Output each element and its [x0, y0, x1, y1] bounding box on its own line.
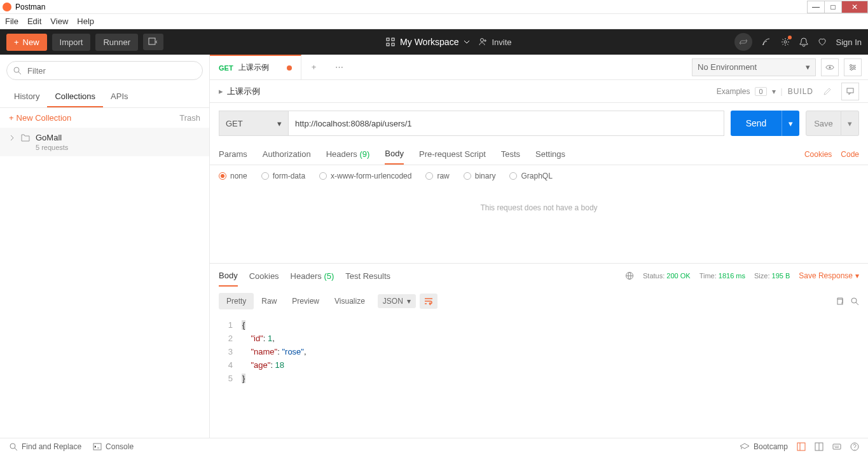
new-button[interactable]: + New: [6, 34, 47, 51]
save-dropdown[interactable]: ▾: [841, 111, 859, 136]
satellite-icon[interactable]: [761, 37, 771, 47]
bootcamp-icon: [740, 443, 750, 450]
chevron-down-icon: ▾: [806, 62, 810, 72]
edit-icon[interactable]: [818, 83, 836, 100]
tab-headers[interactable]: Headers (9): [326, 144, 370, 164]
layout-icon[interactable]: [797, 442, 806, 451]
heart-icon[interactable]: [817, 37, 827, 47]
save-button[interactable]: Save: [806, 111, 841, 136]
bootcamp-button[interactable]: Bootcamp: [740, 442, 788, 451]
menu-edit[interactable]: Edit: [27, 17, 41, 26]
build-label[interactable]: BUILD: [788, 87, 813, 96]
import-button[interactable]: Import: [52, 34, 91, 51]
shortcuts-icon[interactable]: [832, 442, 841, 451]
sync-icon[interactable]: [734, 33, 752, 51]
tab-prerequest[interactable]: Pre-request Script: [419, 144, 486, 164]
resp-tab-test-results[interactable]: Test Results: [345, 266, 390, 286]
code-link[interactable]: Code: [841, 150, 859, 159]
open-new-icon[interactable]: [143, 34, 163, 50]
two-pane-icon[interactable]: [815, 442, 823, 451]
body-type-form-data[interactable]: form-data: [261, 172, 305, 180]
tab-settings[interactable]: Settings: [535, 144, 565, 164]
filter-input[interactable]: [6, 61, 203, 80]
expand-icon[interactable]: ▸: [219, 86, 223, 96]
chevron-right-icon: [9, 135, 15, 141]
find-replace-button[interactable]: Find and Replace: [9, 442, 81, 451]
svg-rect-1: [387, 38, 389, 41]
environment-selector[interactable]: No Environment ▾: [692, 58, 816, 76]
save-response-button[interactable]: Save Response ▾: [799, 271, 859, 280]
tab-body[interactable]: Body: [385, 144, 404, 165]
resp-tab-headers[interactable]: Headers (5): [291, 266, 334, 286]
invite-button[interactable]: Invite: [479, 37, 511, 47]
url-input[interactable]: [289, 111, 724, 136]
comment-icon[interactable]: [841, 83, 859, 100]
help-icon[interactable]: [850, 442, 859, 451]
env-settings-icon[interactable]: [844, 58, 862, 76]
svg-rect-13: [847, 88, 853, 93]
examples-count: 0: [755, 87, 766, 96]
collection-item[interactable]: GoMall 5 requests: [0, 128, 209, 156]
bell-icon[interactable]: [799, 37, 808, 47]
signin-button[interactable]: Sign In: [836, 37, 862, 47]
plus-icon: +: [14, 37, 19, 47]
body-type-binary[interactable]: binary: [464, 172, 496, 180]
maximize-button[interactable]: □: [824, 1, 842, 13]
svg-rect-19: [93, 443, 101, 450]
resp-tab-cookies[interactable]: Cookies: [249, 266, 279, 286]
new-collection-button[interactable]: + New Collection: [9, 113, 71, 123]
close-button[interactable]: ✕: [841, 1, 868, 13]
method-selector[interactable]: GET ▾: [219, 111, 289, 136]
globe-icon[interactable]: [625, 271, 634, 280]
view-preview[interactable]: Preview: [284, 293, 327, 309]
settings-icon[interactable]: [780, 37, 790, 47]
examples-label[interactable]: Examples: [717, 87, 750, 96]
tab-params[interactable]: Params: [219, 144, 247, 164]
view-pretty[interactable]: Pretty: [219, 293, 254, 309]
sidebar-tab-history[interactable]: History: [6, 86, 47, 107]
collection-name: GoMall: [36, 133, 68, 142]
unsaved-dot-icon: [287, 65, 292, 71]
view-raw[interactable]: Raw: [254, 293, 284, 309]
svg-point-7: [14, 67, 19, 72]
body-type-urlencoded[interactable]: x-www-form-urlencoded: [319, 172, 411, 180]
menu-file[interactable]: File: [5, 17, 18, 26]
body-type-raw[interactable]: raw: [425, 172, 449, 180]
minimize-button[interactable]: —: [807, 1, 825, 13]
sidebar-tab-apis[interactable]: APIs: [103, 86, 135, 107]
trash-link[interactable]: Trash: [179, 113, 200, 123]
body-type-graphql[interactable]: GraphQL: [509, 172, 552, 180]
more-tabs-button[interactable]: ⋯: [327, 62, 352, 72]
body-type-none[interactable]: none: [219, 172, 247, 180]
runner-button[interactable]: Runner: [95, 34, 138, 51]
breadcrumb: 上课示例: [227, 86, 260, 97]
svg-point-5: [481, 39, 484, 42]
wrap-icon[interactable]: [420, 294, 437, 309]
menu-help[interactable]: Help: [77, 17, 94, 26]
tab-tests[interactable]: Tests: [501, 144, 520, 164]
send-dropdown[interactable]: ▾: [782, 111, 799, 136]
tab-authorization[interactable]: Authorization: [263, 144, 311, 164]
send-button[interactable]: Send: [731, 111, 782, 136]
chevron-down-icon[interactable]: ▾: [772, 87, 776, 96]
resp-tab-body[interactable]: Body: [219, 266, 238, 287]
svg-point-11: [853, 66, 855, 68]
console-button[interactable]: Console: [93, 442, 134, 451]
chevron-down-icon: ▾: [277, 119, 282, 128]
svg-point-9: [829, 66, 831, 68]
env-preview-icon[interactable]: [821, 58, 839, 76]
format-selector[interactable]: JSON ▾: [378, 294, 416, 308]
view-visualize[interactable]: Visualize: [327, 293, 373, 309]
svg-rect-0: [149, 38, 155, 44]
workspace-selector[interactable]: My Workspace: [386, 37, 470, 47]
sidebar-tab-collections[interactable]: Collections: [47, 86, 103, 107]
cookies-link[interactable]: Cookies: [804, 150, 832, 159]
search-icon[interactable]: [850, 297, 859, 306]
request-tab[interactable]: GET 上课示例: [210, 55, 301, 80]
search-icon: [13, 66, 22, 75]
add-tab-button[interactable]: +: [301, 62, 327, 72]
sidebar: History Collections APIs + New Collectio…: [0, 55, 210, 438]
title-bar: Postman — □ ✕: [0, 0, 868, 14]
copy-icon[interactable]: [835, 297, 844, 306]
menu-view[interactable]: View: [50, 17, 68, 26]
